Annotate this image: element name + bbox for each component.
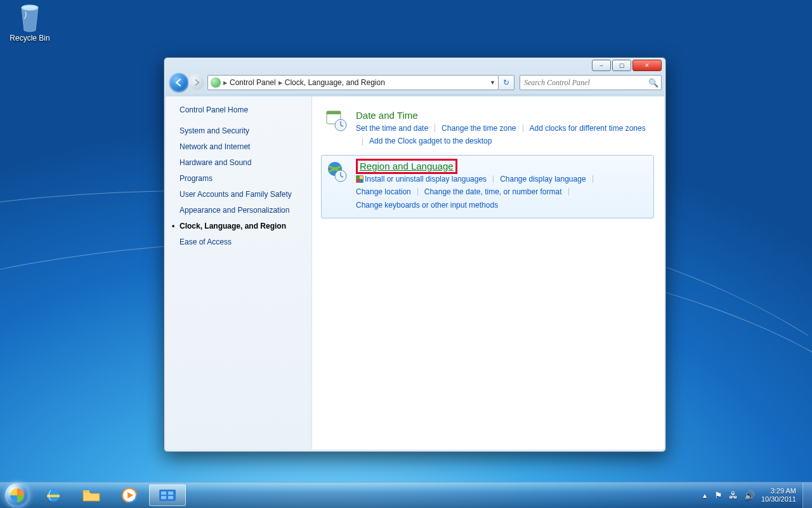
sidebar-item-ease-of-access[interactable]: Ease of Access bbox=[180, 237, 305, 247]
address-bar[interactable]: ▶ Control Panel ▶ Clock, Language, and R… bbox=[207, 75, 499, 90]
task-install-display-languages[interactable]: Install or uninstall display languages bbox=[356, 173, 487, 185]
category-title: Region and Language bbox=[356, 161, 647, 171]
address-dropdown-icon[interactable]: ▼ bbox=[490, 79, 495, 86]
sidebar-item-hardware-sound[interactable]: Hardware and Sound bbox=[180, 158, 305, 168]
taskbar-control-panel[interactable] bbox=[149, 485, 186, 506]
taskbar-explorer[interactable] bbox=[73, 485, 110, 506]
nav-back-button[interactable] bbox=[169, 73, 188, 92]
breadcrumb-sep-icon: ▶ bbox=[278, 80, 282, 86]
date-time-icon bbox=[325, 110, 347, 131]
main-content: Date and Time Set the time and date Chan… bbox=[312, 97, 664, 450]
category-title: Date and Time bbox=[356, 110, 647, 121]
uac-shield-icon bbox=[356, 175, 363, 183]
tray-flag-icon[interactable]: ⚑ bbox=[714, 490, 723, 500]
task-add-clocks[interactable]: Add clocks for different time zones bbox=[530, 122, 646, 135]
task-add-clock-gadget[interactable]: Add the Clock gadget to the desktop bbox=[369, 135, 492, 147]
show-desktop-button[interactable] bbox=[802, 483, 812, 508]
folder-icon bbox=[82, 488, 101, 503]
media-player-icon bbox=[121, 486, 138, 504]
task-change-time-zone[interactable]: Change the time zone bbox=[442, 122, 516, 135]
ie-icon bbox=[44, 486, 62, 504]
category-region-language: Region and Language Install or uninstall… bbox=[321, 155, 654, 218]
sidebar-home[interactable]: Control Panel Home bbox=[180, 105, 305, 115]
sidebar: Control Panel Home System and Security N… bbox=[166, 97, 312, 450]
task-set-time-date[interactable]: Set the time and date bbox=[356, 122, 428, 135]
desktop-icon-recycle-bin[interactable]: Recycle Bin bbox=[6, 3, 53, 43]
recycle-bin-icon bbox=[16, 3, 44, 33]
task-change-keyboards[interactable]: Change keyboards or other input methods bbox=[356, 199, 498, 211]
sidebar-item-user-accounts[interactable]: User Accounts and Family Safety bbox=[180, 190, 305, 199]
desktop-icon-label: Recycle Bin bbox=[6, 34, 53, 43]
tray-time: 3:29 AM bbox=[761, 487, 796, 495]
tray-clock[interactable]: 3:29 AM 10/30/2011 bbox=[761, 487, 799, 503]
control-panel-icon bbox=[211, 77, 221, 88]
control-panel-taskbar-icon bbox=[158, 488, 177, 503]
sidebar-item-appearance[interactable]: Appearance and Personalization bbox=[180, 206, 305, 215]
breadcrumb-level2[interactable]: Clock, Language, and Region bbox=[285, 78, 385, 87]
category-date-time: Date and Time Set the time and date Chan… bbox=[321, 104, 654, 155]
svg-rect-3 bbox=[327, 111, 341, 114]
breadcrumb-level1[interactable]: Control Panel bbox=[230, 78, 276, 87]
sidebar-item-clock-language-region[interactable]: Clock, Language, and Region bbox=[180, 222, 305, 231]
refresh-button[interactable]: ↻ bbox=[499, 75, 514, 90]
svg-rect-8 bbox=[83, 490, 89, 493]
region-language-icon bbox=[325, 161, 347, 182]
task-change-formats[interactable]: Change the date, time, or number format bbox=[424, 185, 562, 198]
minimize-button[interactable]: – bbox=[592, 60, 611, 71]
tray-date: 10/30/2011 bbox=[761, 495, 796, 504]
sidebar-item-network-internet[interactable]: Network and Internet bbox=[180, 142, 305, 152]
taskbar-media-player[interactable] bbox=[111, 485, 148, 506]
svg-rect-12 bbox=[161, 491, 166, 495]
titlebar[interactable]: – ▢ ✕ bbox=[164, 58, 665, 73]
task-change-location[interactable]: Change location bbox=[356, 185, 411, 198]
control-panel-window: – ▢ ✕ ▶ Control Panel ▶ Clock, Language,… bbox=[164, 57, 666, 452]
start-button[interactable] bbox=[0, 483, 34, 508]
nav-forward-button[interactable] bbox=[188, 74, 205, 91]
tray-show-hidden-icon[interactable]: ▲ bbox=[702, 492, 708, 499]
svg-rect-14 bbox=[161, 496, 166, 499]
refresh-icon: ↻ bbox=[503, 78, 509, 87]
svg-rect-15 bbox=[168, 496, 173, 499]
task-change-display-language[interactable]: Change display language bbox=[500, 173, 586, 185]
highlight-box: Region and Language bbox=[356, 159, 457, 174]
close-button[interactable]: ✕ bbox=[632, 60, 662, 71]
tray-network-icon[interactable]: 🖧 bbox=[729, 490, 738, 500]
taskbar-ie[interactable] bbox=[35, 485, 72, 506]
sidebar-item-system-security[interactable]: System and Security bbox=[180, 126, 305, 136]
svg-rect-11 bbox=[159, 490, 176, 501]
search-icon: 🔍 bbox=[648, 78, 658, 88]
system-tray: ▲ ⚑ 🖧 🔊 3:29 AM 10/30/2011 bbox=[698, 483, 802, 508]
windows-orb-icon bbox=[5, 483, 29, 507]
tray-volume-icon[interactable]: 🔊 bbox=[744, 490, 755, 500]
maximize-button[interactable]: ▢ bbox=[612, 60, 631, 71]
search-input[interactable] bbox=[523, 77, 648, 88]
sidebar-item-programs[interactable]: Programs bbox=[180, 174, 305, 184]
search-box[interactable]: 🔍 bbox=[520, 75, 662, 90]
breadcrumb-sep-icon: ▶ bbox=[223, 80, 227, 86]
taskbar: ▲ ⚑ 🖧 🔊 3:29 AM 10/30/2011 bbox=[0, 482, 812, 508]
svg-rect-13 bbox=[168, 491, 173, 495]
